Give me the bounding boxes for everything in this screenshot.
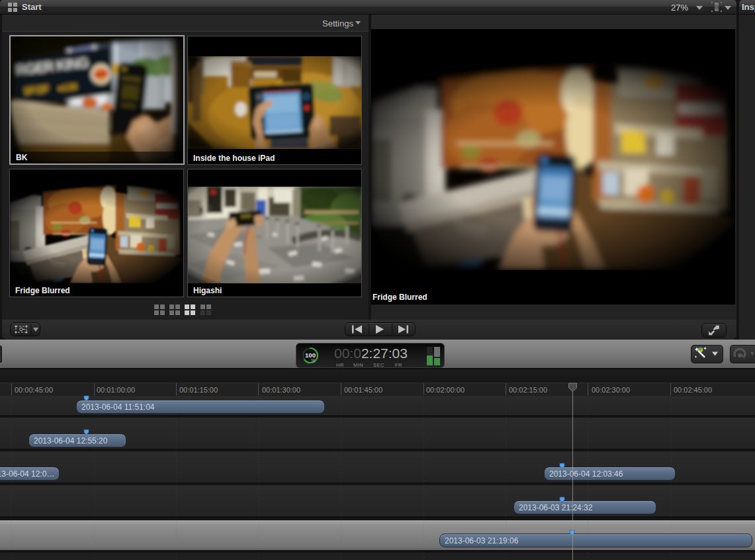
- svg-text:%: %: [311, 358, 315, 363]
